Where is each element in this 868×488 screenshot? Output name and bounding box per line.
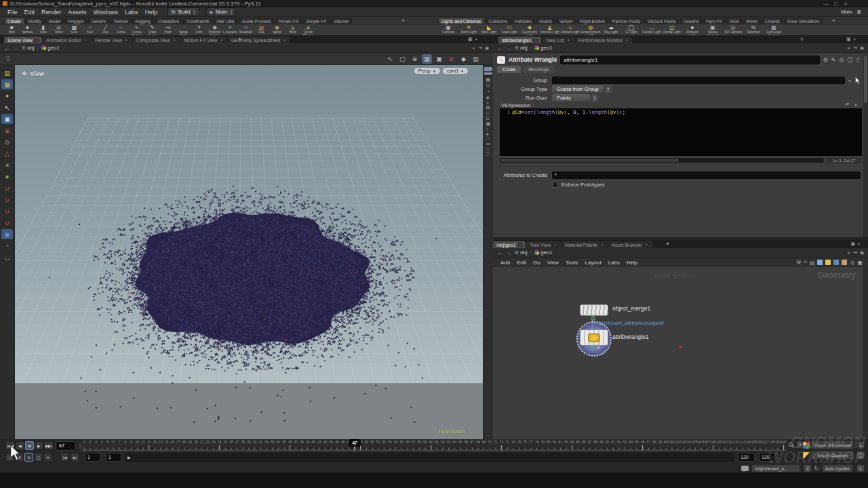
- link-icon[interactable]: ◉: [485, 45, 489, 51]
- tab-menu-icon[interactable]: ▼: [172, 39, 176, 42]
- pane-tab[interactable]: Composite View▼: [133, 37, 180, 43]
- shelf-tab[interactable]: Lights and Cameras: [438, 18, 484, 24]
- network-tab[interactable]: Tree View▼: [526, 241, 561, 248]
- global-start-field[interactable]: 1: [85, 453, 100, 462]
- network-scrollbar[interactable]: [863, 267, 868, 439]
- network-tab[interactable]: Asset Browser▼: [608, 241, 652, 248]
- breadcrumb-geo1[interactable]: geo1: [41, 45, 60, 51]
- node-name-label[interactable]: object_merge1: [612, 305, 650, 312]
- camera-view-button[interactable]: cam1▼: [443, 68, 468, 74]
- pane-tab[interactable]: Performance Monitor▼: [575, 37, 633, 43]
- shelf-tab[interactable]: Oceans: [680, 18, 702, 24]
- tab-menu-icon[interactable]: ▼: [282, 39, 286, 42]
- editor-hscrollbar[interactable]: [500, 158, 824, 163]
- hamburger-icon[interactable]: ≣: [856, 9, 861, 15]
- shelf-tab[interactable]: Particle Fluids: [609, 18, 644, 24]
- group-type-dropdown[interactable]: Guess from Group: [552, 85, 604, 93]
- tab-menu-icon[interactable]: ▼: [600, 243, 604, 247]
- auto-update-dropdown[interactable]: Auto Update: [822, 464, 853, 472]
- perf-icon[interactable]: ⌗: [804, 259, 807, 266]
- scene-viewport[interactable]: ✥ View Persp▼ cam1▼ Indie Edition: [15, 65, 483, 439]
- tool-icon[interactable]: △: [1, 148, 13, 159]
- tab-menu-icon[interactable]: ▼: [518, 243, 522, 247]
- playbar-tool-button[interactable]: ◇: [5, 453, 14, 462]
- forward-arrow-icon[interactable]: →: [506, 45, 512, 52]
- shelf-tab[interactable]: Volume: [330, 18, 352, 24]
- menu-item[interactable]: Labs: [605, 260, 623, 266]
- param-scrollbar[interactable]: [863, 54, 868, 240]
- tab-menu-icon[interactable]: ▼: [124, 39, 128, 42]
- add-shelf-tab-button[interactable]: +: [399, 18, 408, 24]
- sync-icon[interactable]: ↻: [814, 465, 819, 472]
- vex-code-editor[interactable]: 1 @Cd=set(length(@v), 0, 1-length(@v));: [500, 108, 862, 156]
- forward-arrow-icon[interactable]: →: [13, 45, 19, 52]
- viewport-tool-icon[interactable]: ⊕: [410, 54, 420, 64]
- display-flag-icon[interactable]: [590, 346, 595, 350]
- tool-icon[interactable]: ◡: [1, 252, 13, 262]
- magnifier-icon[interactable]: ◎: [840, 57, 844, 63]
- timeline-zoom-icon[interactable]: [788, 442, 794, 448]
- keys-status[interactable]: 0 keys, 0/0 channels: [812, 441, 854, 449]
- current-frame-field[interactable]: 47: [56, 441, 76, 451]
- snapshot-icon[interactable]: [833, 260, 839, 265]
- tool-icon[interactable]: ◔: [1, 241, 13, 251]
- group-input[interactable]: [552, 77, 845, 84]
- next-key-button[interactable]: ▶|: [71, 453, 79, 462]
- info-icon[interactable]: ⓘ: [848, 56, 853, 64]
- lock-icon[interactable]: [597, 346, 600, 349]
- viewport-tool-icon[interactable]: ⊘: [446, 54, 456, 64]
- run-over-dropdown[interactable]: Points: [552, 94, 590, 102]
- menu-item[interactable]: Help: [623, 260, 641, 266]
- tool-icon[interactable]: ▤: [1, 68, 13, 78]
- display-toggle-icon[interactable]: ⊡: [486, 116, 491, 121]
- path-dropdown-icon[interactable]: ▼: [847, 251, 850, 255]
- transport-button[interactable]: ■: [25, 441, 34, 450]
- shelf-tab[interactable]: Drive Simulation: [784, 18, 823, 24]
- tool-icon[interactable]: ⊕: [1, 125, 13, 136]
- shelf-tab[interactable]: Deform: [88, 18, 109, 24]
- tool-icon[interactable]: ↖: [1, 102, 13, 113]
- pane-controls[interactable]: ▣▼: [846, 37, 860, 42]
- path-dropdown-icon[interactable]: ▼: [472, 46, 475, 50]
- forward-arrow-icon[interactable]: →: [506, 249, 512, 256]
- shelf-tab[interactable]: FEM: [726, 18, 743, 24]
- list-icon[interactable]: ▤: [810, 260, 815, 266]
- menu-item[interactable]: Assets: [65, 9, 90, 16]
- menu-item[interactable]: Render: [38, 9, 65, 16]
- snippet-menu-icon[interactable]: ▼: [852, 102, 859, 108]
- stepper-icon[interactable]: ▲▼: [804, 465, 811, 472]
- stepper-icon[interactable]: ▲▼: [230, 9, 233, 14]
- pane-tab[interactable]: Motion FX View▼: [180, 37, 226, 43]
- network-tab[interactable]: /obj/geo1▼: [493, 241, 526, 248]
- menu-item[interactable]: File: [4, 9, 21, 16]
- link-icon[interactable]: ◉: [860, 250, 864, 256]
- link-icon[interactable]: ◉: [860, 45, 864, 51]
- persp-view-button[interactable]: Persp▼: [414, 68, 440, 74]
- pane-tab[interactable]: Scene View▼: [4, 37, 42, 43]
- menu-item[interactable]: Add: [497, 260, 513, 266]
- viewport-tool-icon[interactable]: ▦: [422, 54, 432, 64]
- shelf-tab[interactable]: Rigging: [132, 18, 154, 24]
- menu-item[interactable]: Labs: [121, 9, 142, 16]
- attribwrangle-node[interactable]: [580, 329, 608, 346]
- shelf-tab[interactable]: Particles: [511, 18, 535, 24]
- viewport-tool-icon[interactable]: ▣: [434, 54, 444, 64]
- tab-menu-icon[interactable]: ▼: [219, 39, 223, 42]
- stepper-icon[interactable]: ▲▼: [605, 85, 612, 93]
- transport-button[interactable]: ◀: [16, 441, 24, 450]
- playbar-tool-button[interactable]: ▢: [34, 453, 43, 462]
- shape-palette-icon[interactable]: [825, 260, 831, 265]
- shelf-tab[interactable]: Rigid Bodies: [577, 18, 609, 24]
- node-name-field[interactable]: attribwrangle1: [560, 56, 820, 64]
- enforce-prototypes-checkbox[interactable]: [552, 182, 558, 188]
- node-name-label[interactable]: attribwrangle1: [612, 333, 648, 340]
- back-arrow-icon[interactable]: ←: [497, 45, 503, 52]
- pen-icon[interactable]: ✎: [831, 57, 836, 63]
- toolbar-handle-icon[interactable]: ⣿: [3, 54, 13, 64]
- display-toggle-icon[interactable]: ＋: [486, 88, 491, 95]
- menu-item[interactable]: Windows: [90, 9, 122, 16]
- menu-item[interactable]: Layout: [582, 260, 605, 266]
- main-label[interactable]: Main: [841, 9, 852, 15]
- playbar-tool-button[interactable]: ↺: [15, 453, 24, 462]
- shelf-tab[interactable]: Simple FX: [302, 18, 330, 24]
